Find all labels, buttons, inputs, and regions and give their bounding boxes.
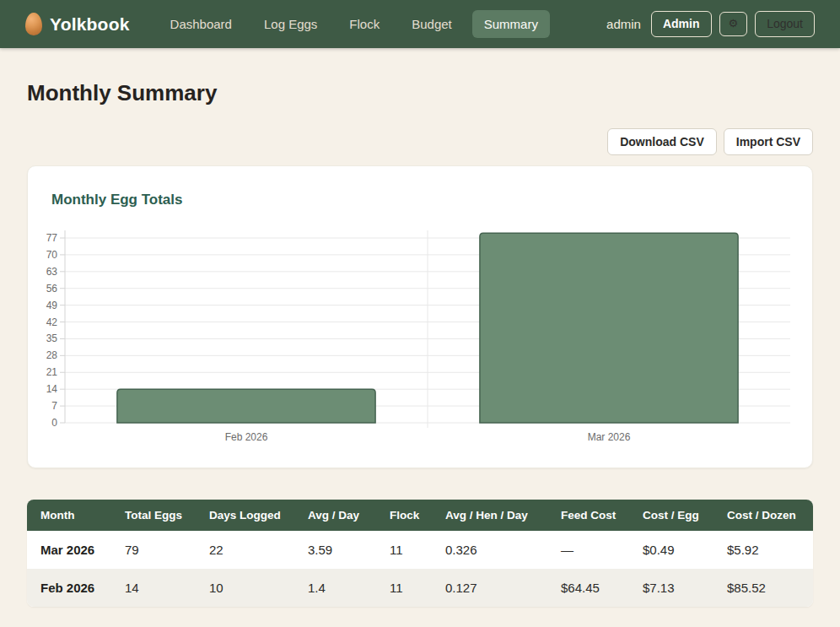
nav-item-dashboard[interactable]: Dashboard (159, 10, 244, 38)
y-tick-label: 14 (46, 383, 58, 395)
table-row-feb-2026: Feb 2026 14 10 1.4 11 0.127 $64.45 $7.13… (27, 569, 813, 607)
chart-wrap: 0714212835424956637077Feb 2026Mar 2026 (38, 222, 812, 453)
cell-flock: 11 (376, 531, 432, 569)
nav-item-log-eggs[interactable]: Log Eggs (252, 10, 329, 38)
chart-card: Monthly Egg Totals 071421283542495663707… (27, 165, 813, 468)
bar-mar-2026 (480, 233, 738, 423)
import-csv-button[interactable]: Import CSV (724, 128, 813, 155)
main-content: Monthly Summary Download CSV Import CSV … (0, 80, 840, 607)
cell-total-eggs: 79 (111, 531, 196, 569)
column-header-avg-hen-day: Avg / Hen / Day (432, 500, 547, 531)
cell-cost-dozen: $5.92 (713, 531, 813, 569)
cell-total-eggs: 14 (111, 569, 196, 607)
nav-links: Dashboard Log Eggs Flock Budget Summary (159, 10, 550, 38)
column-header-avg-day: Avg / Day (294, 500, 376, 531)
column-header-cost-egg: Cost / Egg (629, 500, 713, 531)
egg-totals-chart: 0714212835424956637077Feb 2026Mar 2026 (38, 222, 805, 450)
csv-actions-row: Download CSV Import CSV (27, 128, 813, 155)
navbar: Yolkbook Dashboard Log Eggs Flock Budget… (0, 0, 840, 48)
y-tick-label: 35 (46, 333, 58, 345)
y-tick-label: 70 (46, 249, 58, 261)
egg-logo-icon (25, 13, 42, 35)
y-tick-label: 77 (46, 232, 58, 244)
column-header-feed-cost: Feed Cost (547, 500, 629, 531)
nav-item-budget[interactable]: Budget (400, 10, 464, 38)
brand[interactable]: Yolkbook (25, 13, 130, 35)
cell-month: Mar 2026 (27, 531, 111, 569)
cell-feed-cost: — (547, 531, 629, 569)
y-tick-label: 0 (51, 417, 57, 429)
y-tick-label: 28 (46, 349, 58, 361)
username-label: admin (606, 17, 641, 31)
cell-avg-hen-day: 0.127 (432, 569, 547, 607)
y-tick-label: 21 (46, 366, 58, 378)
logout-button[interactable]: Logout (755, 11, 815, 36)
summary-table: Month Total Eggs Days Logged Avg / Day F… (27, 500, 813, 607)
cell-avg-day: 1.4 (294, 569, 376, 607)
column-header-flock: Flock (376, 500, 432, 531)
cell-flock: 11 (376, 569, 432, 607)
table-header-row: Month Total Eggs Days Logged Avg / Day F… (27, 500, 813, 531)
gear-icon: ⚙ (729, 17, 739, 30)
cell-feed-cost: $64.45 (547, 569, 629, 607)
y-tick-label: 42 (46, 316, 58, 328)
y-tick-label: 56 (46, 283, 58, 295)
x-tick-label: Mar 2026 (588, 431, 631, 443)
cell-cost-dozen: $85.52 (713, 569, 813, 607)
cell-month: Feb 2026 (27, 569, 111, 607)
settings-button[interactable]: ⚙ (719, 12, 748, 36)
y-tick-label: 49 (46, 300, 58, 311)
column-header-days-logged: Days Logged (196, 500, 294, 531)
page-title: Monthly Summary (27, 80, 813, 106)
column-header-total-eggs: Total Eggs (111, 500, 196, 531)
cell-days-logged: 10 (196, 569, 294, 607)
nav-item-summary[interactable]: Summary (472, 10, 550, 38)
chart-title: Monthly Egg Totals (28, 166, 812, 208)
cell-days-logged: 22 (196, 531, 294, 569)
nav-item-flock[interactable]: Flock (337, 10, 391, 38)
bar-feb-2026 (117, 389, 375, 423)
cell-cost-egg: $0.49 (629, 531, 713, 569)
download-csv-button[interactable]: Download CSV (607, 128, 717, 155)
cell-avg-hen-day: 0.326 (432, 531, 547, 569)
y-tick-label: 7 (51, 400, 57, 412)
y-tick-label: 63 (46, 266, 58, 278)
cell-avg-day: 3.59 (294, 531, 376, 569)
column-header-cost-dozen: Cost / Dozen (713, 500, 813, 531)
brand-name: Yolkbook (50, 14, 130, 35)
column-header-month: Month (27, 500, 111, 531)
cell-cost-egg: $7.13 (629, 569, 713, 607)
summary-table-wrap: Month Total Eggs Days Logged Avg / Day F… (27, 500, 813, 607)
admin-button[interactable]: Admin (651, 11, 712, 36)
nav-right: admin Admin ⚙ Logout (606, 11, 815, 36)
table-row-mar-2026: Mar 2026 79 22 3.59 11 0.326 — $0.49 $5.… (27, 531, 813, 569)
x-tick-label: Feb 2026 (225, 431, 268, 443)
